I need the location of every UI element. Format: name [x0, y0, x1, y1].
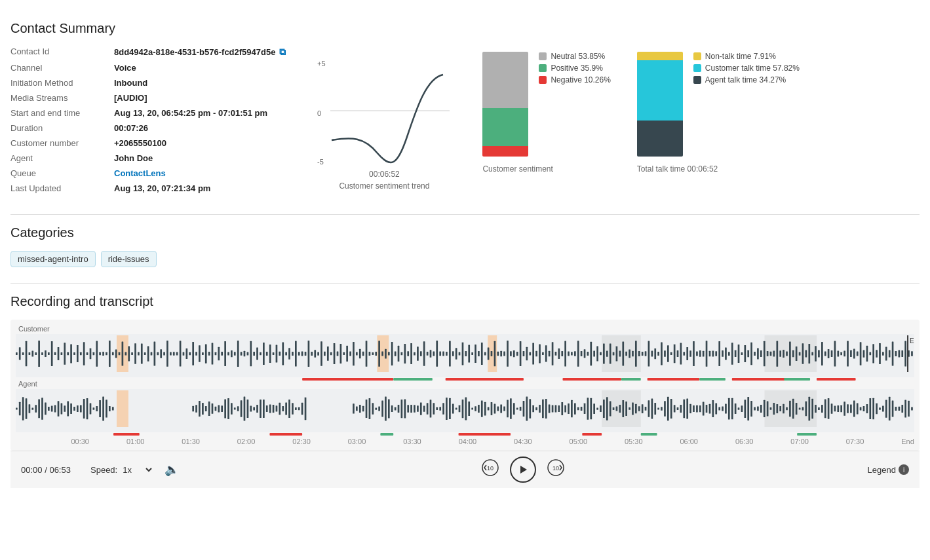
waveform-bar [520, 341, 522, 366]
waveform-bar [895, 407, 897, 411]
waveform-bar [41, 352, 43, 355]
waveform-bar [834, 406, 836, 412]
waveform-bar [699, 405, 701, 412]
legend-dot [539, 64, 547, 72]
waveform-bar [606, 397, 608, 420]
waveform-bar [192, 406, 194, 412]
contact-info-row: Contact Id8dd4942a-818e-4531-b576-fcd2f5… [10, 47, 286, 58]
waveform-bar [31, 407, 33, 409]
category-tag[interactable]: missed-agent-intro [10, 251, 96, 267]
player-speed: Speed: 1x 1.25x 1.5x 2x [90, 464, 154, 476]
waveform-bar [189, 352, 191, 356]
waveform-bar [610, 343, 611, 364]
waveform-bar [510, 351, 512, 356]
waveform-bar [792, 399, 794, 419]
waveform-bar [160, 349, 162, 358]
category-tag[interactable]: ride-issues [101, 251, 157, 267]
customer-sentiment-stacked-bar [482, 52, 528, 157]
waveform-bar [398, 346, 400, 362]
waveform-bar [381, 352, 383, 356]
waveform-bar [863, 406, 865, 411]
waveform-bar [882, 405, 884, 411]
legend-item: Agent talk time 34.27% [693, 75, 800, 84]
waveform-bar [327, 346, 329, 361]
waveform-bar [789, 401, 791, 417]
waveform-bar [205, 344, 207, 363]
waveform-bar [192, 342, 194, 365]
svg-rect-21 [117, 390, 128, 427]
waveform-bar [645, 351, 647, 356]
waveform-bar [26, 341, 28, 367]
waveform-bar [555, 405, 557, 412]
waveform-bar [757, 348, 759, 360]
waveform-bar [885, 400, 887, 417]
waveform-bar [488, 407, 490, 410]
waveform-bar [670, 399, 672, 419]
waveform-bar [119, 352, 121, 355]
waveform-bar [590, 342, 592, 366]
customer-waveform-row[interactable]: End [16, 334, 914, 373]
waveform-bar [821, 405, 823, 413]
legend-button[interactable]: Legend i [868, 464, 909, 475]
waveform-bar [305, 352, 307, 356]
waveform-bar [420, 351, 422, 356]
waveform-bar [154, 342, 156, 366]
waveform-bar [208, 401, 210, 416]
volume-icon[interactable]: 🔈 [165, 462, 179, 477]
contact-field-value: Aug 13, 20, 07:21:34 pm [114, 183, 210, 193]
contact-field-value[interactable]: ContactLens [114, 168, 166, 178]
rewind-button[interactable]: 10 [481, 458, 499, 481]
waveform-bar [815, 405, 817, 413]
waveform-bar [279, 403, 281, 415]
waveform-bar [324, 352, 326, 356]
bar-segment [637, 121, 683, 157]
waveform-bar [645, 407, 647, 411]
waveform-bar [622, 342, 624, 366]
player-controls: 10 10 [189, 457, 857, 483]
speed-select[interactable]: 1x 1.25x 1.5x 2x [120, 464, 154, 476]
waveform-bar [773, 403, 775, 415]
waveform-bar [792, 350, 794, 358]
waveform-bar [391, 405, 393, 412]
waveform-bar [134, 343, 136, 364]
play-button[interactable] [510, 457, 536, 483]
waveform-bar [741, 405, 743, 412]
legend-dot [539, 76, 547, 84]
waveform-bar [241, 352, 242, 356]
waveform-bar [843, 351, 845, 357]
waveform-bar [843, 401, 845, 416]
waveform-bar [610, 401, 611, 416]
waveform-bar [199, 401, 201, 417]
waveform-bar [96, 341, 98, 366]
waveform-bar [648, 400, 650, 417]
end-label: End [901, 438, 914, 445]
waveform-bar [285, 403, 287, 415]
waveform-bar [221, 405, 223, 412]
waveform-bar [516, 352, 518, 356]
waveform-bar [494, 404, 496, 414]
time-tick: 04:30 [514, 438, 532, 445]
waveform-bar [99, 352, 101, 356]
waveform-bar [131, 352, 133, 355]
waveform-bar [545, 345, 547, 362]
waveform-bar [619, 350, 621, 356]
page-container: Contact Summary Contact Id8dd4942a-818e-… [0, 0, 930, 498]
waveform-bar [510, 398, 512, 419]
customer-sentiment-label: Customer sentiment [482, 164, 552, 174]
waveform-bar [500, 405, 502, 413]
agent-waveform-row[interactable] [16, 389, 914, 428]
waveform-bar [31, 351, 33, 357]
waveform-bar [436, 407, 438, 410]
waveform-bar [414, 405, 416, 413]
waveform-bar [285, 352, 287, 356]
copy-icon[interactable]: ⧉ [279, 47, 286, 58]
waveform-bar [401, 400, 403, 418]
customer-sentiment-line [16, 373, 914, 377]
forward-button[interactable]: 10 [547, 458, 565, 481]
time-tick: 07:00 [790, 438, 809, 445]
waveform-bar [180, 341, 182, 366]
contact-summary-section: Contact Summary Contact Id8dd4942a-818e-… [10, 10, 920, 215]
waveform-bar [58, 347, 60, 360]
waveform-bar [356, 352, 358, 355]
legend-text: Positive 35.9% [551, 64, 602, 73]
